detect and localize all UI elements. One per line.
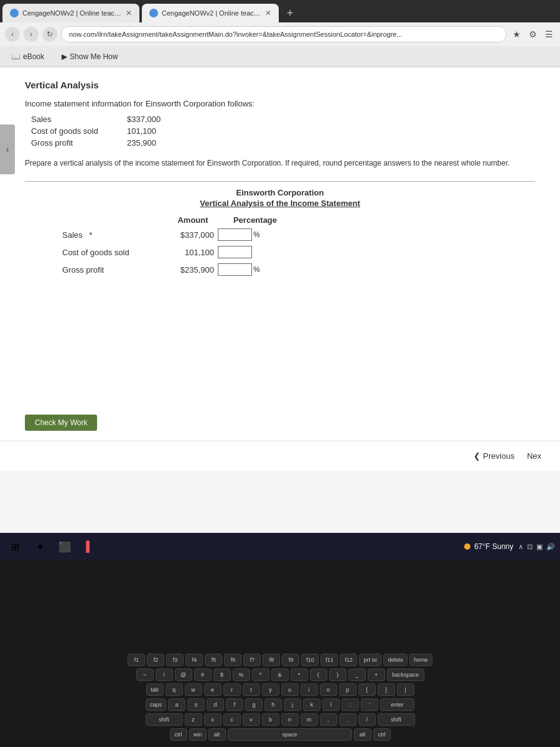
key-r[interactable]: r bbox=[223, 684, 241, 696]
key-tab[interactable]: tab bbox=[146, 684, 164, 696]
key-comma[interactable]: , bbox=[320, 713, 337, 726]
key-rctrl[interactable]: ctrl bbox=[373, 728, 391, 741]
new-tab-button[interactable]: + bbox=[281, 4, 299, 22]
key-lbracket[interactable]: { bbox=[358, 684, 376, 696]
key-minus[interactable]: _ bbox=[348, 669, 366, 681]
key-ralt[interactable]: alt bbox=[354, 728, 371, 741]
key-f3[interactable]: f3 bbox=[166, 654, 184, 666]
key-home[interactable]: home bbox=[409, 654, 432, 666]
key-rbracket[interactable]: } bbox=[378, 684, 395, 696]
key-f8[interactable]: f8 bbox=[263, 654, 280, 666]
key-t[interactable]: t bbox=[243, 684, 260, 696]
key-s[interactable]: s bbox=[187, 698, 205, 711]
address-bar[interactable]: now.com/ilrn/takeAssignment/takeAssignme… bbox=[61, 26, 506, 42]
key-prtsc[interactable]: prt sc bbox=[359, 654, 381, 666]
key-m[interactable]: m bbox=[301, 713, 318, 726]
refresh-button[interactable]: ↻ bbox=[42, 27, 57, 42]
start-button[interactable]: ⊞ bbox=[5, 537, 25, 557]
key-rshift[interactable]: shift bbox=[378, 713, 415, 726]
key-4[interactable]: $ bbox=[213, 669, 231, 681]
key-b[interactable]: b bbox=[262, 713, 279, 726]
key-7[interactable]: & bbox=[271, 669, 289, 681]
key-pipe[interactable]: | bbox=[397, 684, 414, 696]
key-period[interactable]: . bbox=[339, 713, 357, 726]
key-f4[interactable]: f4 bbox=[185, 654, 203, 666]
key-caps[interactable]: caps bbox=[146, 698, 166, 711]
sales-pct-input[interactable] bbox=[218, 228, 252, 241]
key-plus[interactable]: + bbox=[368, 669, 385, 681]
key-n[interactable]: n bbox=[281, 713, 299, 726]
key-h[interactable]: h bbox=[264, 698, 282, 711]
key-3[interactable]: # bbox=[194, 669, 212, 681]
key-f7[interactable]: f7 bbox=[243, 654, 261, 666]
taskbar-icon-2[interactable]: ✦ bbox=[30, 537, 50, 557]
key-0[interactable]: ) bbox=[329, 669, 347, 681]
key-1[interactable]: ! bbox=[156, 669, 173, 681]
key-l[interactable]: l bbox=[322, 698, 340, 711]
ebook-button[interactable]: 📖 eBook bbox=[7, 51, 48, 62]
key-y[interactable]: y bbox=[262, 684, 279, 696]
key-lalt[interactable]: alt bbox=[208, 728, 226, 741]
key-5[interactable]: % bbox=[233, 669, 250, 681]
key-k[interactable]: k bbox=[303, 698, 320, 711]
key-lshift[interactable]: shift bbox=[146, 713, 183, 726]
show-me-how-button[interactable]: ▶ Show Me How bbox=[58, 51, 121, 62]
left-panel-arrow[interactable]: ‹ bbox=[0, 125, 15, 174]
bookmark-icon[interactable]: ★ bbox=[510, 28, 523, 40]
tab-close-2[interactable]: ✕ bbox=[265, 9, 271, 17]
key-lctrl[interactable]: ctrl bbox=[170, 728, 187, 741]
key-f2[interactable]: f2 bbox=[147, 654, 164, 666]
previous-button[interactable]: ❮ Previous bbox=[467, 449, 521, 463]
taskbar-icon-3[interactable]: ⬛ bbox=[55, 537, 75, 557]
back-button[interactable]: ‹ bbox=[5, 27, 20, 42]
gross-profit-pct-input[interactable] bbox=[218, 263, 252, 276]
key-i[interactable]: i bbox=[301, 684, 318, 696]
key-win[interactable]: win bbox=[189, 728, 207, 741]
key-c[interactable]: c bbox=[223, 713, 241, 726]
key-f[interactable]: f bbox=[226, 698, 243, 711]
browser-tab-1[interactable]: CengageNOWv2 | Online teachin ✕ bbox=[2, 4, 139, 22]
key-enter[interactable]: enter bbox=[380, 698, 414, 711]
key-2[interactable]: @ bbox=[175, 669, 192, 681]
key-f11[interactable]: f11 bbox=[320, 654, 338, 666]
key-f12[interactable]: f12 bbox=[340, 654, 357, 666]
key-8[interactable]: * bbox=[291, 669, 308, 681]
key-slash[interactable]: / bbox=[358, 713, 376, 726]
browser-tab-2[interactable]: CengageNOWv2 | Online teachin ✕ bbox=[142, 4, 279, 22]
menu-icon[interactable]: ☰ bbox=[543, 28, 555, 40]
key-z[interactable]: z bbox=[185, 713, 202, 726]
cogs-pct-input[interactable] bbox=[218, 246, 252, 258]
key-f6[interactable]: f6 bbox=[224, 654, 241, 666]
next-button[interactable]: Nex bbox=[521, 449, 548, 463]
sales-data-row: Sales $337,000 bbox=[31, 115, 535, 124]
tab-close-1[interactable]: ✕ bbox=[126, 9, 132, 17]
key-backspace[interactable]: backspace bbox=[387, 669, 424, 681]
key-6[interactable]: ^ bbox=[252, 669, 269, 681]
key-f9[interactable]: f9 bbox=[282, 654, 299, 666]
check-my-work-button[interactable]: Check My Work bbox=[25, 415, 97, 431]
key-d[interactable]: d bbox=[207, 698, 224, 711]
key-tilde[interactable]: ~ bbox=[136, 669, 154, 681]
key-w[interactable]: w bbox=[185, 684, 202, 696]
taskbar-icon-4[interactable]: ▌ bbox=[80, 537, 100, 557]
key-p[interactable]: p bbox=[339, 684, 357, 696]
key-e[interactable]: e bbox=[204, 684, 222, 696]
key-delete[interactable]: delete bbox=[383, 654, 408, 666]
key-quote[interactable]: ' bbox=[361, 698, 378, 711]
key-f10[interactable]: f10 bbox=[301, 654, 319, 666]
key-o[interactable]: o bbox=[320, 684, 337, 696]
key-a[interactable]: a bbox=[168, 698, 185, 711]
key-semicolon[interactable]: ; bbox=[342, 698, 359, 711]
key-u[interactable]: u bbox=[281, 684, 299, 696]
extensions-icon[interactable]: ⚙ bbox=[526, 28, 539, 40]
key-x[interactable]: x bbox=[204, 713, 222, 726]
key-space[interactable]: space bbox=[228, 728, 352, 741]
key-f1[interactable]: f1 bbox=[128, 654, 145, 666]
key-9[interactable]: ( bbox=[310, 669, 327, 681]
key-v[interactable]: v bbox=[243, 713, 260, 726]
key-j[interactable]: j bbox=[284, 698, 301, 711]
key-q[interactable]: q bbox=[166, 684, 183, 696]
key-f5[interactable]: f5 bbox=[205, 654, 222, 666]
key-g[interactable]: g bbox=[245, 698, 263, 711]
forward-button[interactable]: › bbox=[24, 27, 39, 42]
